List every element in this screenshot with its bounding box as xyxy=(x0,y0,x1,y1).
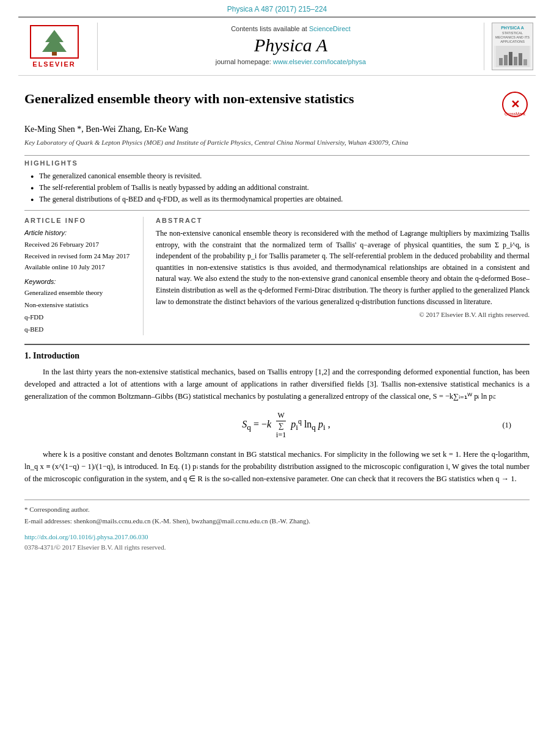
doi-line: http://dx.doi.org/10.1016/j.physa.2017.0… xyxy=(24,532,530,542)
thumb-box: PHYSICA A STATISTICAL MECHANICS AND ITS … xyxy=(492,23,533,70)
article-info-col: ARTICLE INFO Article history: Received 2… xyxy=(24,217,144,335)
svg-rect-5 xyxy=(504,55,508,65)
highlight-item: ● The generalized canonical ensemble the… xyxy=(31,170,530,182)
keyword-1: Generalized ensemble theory xyxy=(24,287,134,299)
keyword-4: q-BED xyxy=(24,324,134,336)
crossmark-icon: ✕ CrossMark xyxy=(502,92,530,120)
affiliation: Key Laboratory of Quark & Lepton Physics… xyxy=(24,137,530,148)
journal-header: ELSEVIER Contents lists available at Sci… xyxy=(18,16,536,76)
sciencedirect-link[interactable]: ScienceDirect xyxy=(309,25,351,32)
highlights-list: ● The generalized canonical ensemble the… xyxy=(24,170,530,206)
article-content: Generalized ensemble theory with non-ext… xyxy=(24,76,530,557)
journal-homepage: journal homepage: www.elsevier.com/locat… xyxy=(110,58,472,65)
keyword-3: q-FDD xyxy=(24,311,134,324)
equation-display: Sq = −k W ∑ i=1 piq lnq pi , xyxy=(86,411,487,440)
article-title: Generalized ensemble theory with non-ext… xyxy=(24,90,496,108)
received-revised-date: Received in revised form 24 May 2017 xyxy=(24,250,134,262)
journal-name-display: Physica A xyxy=(110,35,472,56)
contents-text: Contents lists available at ScienceDirec… xyxy=(110,25,472,32)
journal-thumbnail: PHYSICA A STATISTICAL MECHANICS AND ITS … xyxy=(484,23,536,70)
article-info-header: ARTICLE INFO xyxy=(24,217,134,224)
intro-para-2: where k is a positive constant and denot… xyxy=(24,448,530,485)
svg-rect-2 xyxy=(52,52,57,56)
svg-rect-7 xyxy=(514,57,517,65)
svg-rect-4 xyxy=(499,58,503,65)
section-divider-bold xyxy=(24,344,530,345)
article-history-label: Article history: xyxy=(24,229,134,236)
svg-rect-8 xyxy=(519,53,522,65)
svg-rect-6 xyxy=(509,52,512,65)
footnote-emails: E-mail addresses: shenkon@mails.ccnu.edu… xyxy=(24,515,530,527)
keyword-2: Non-extensive statistics xyxy=(24,299,134,311)
svg-rect-9 xyxy=(523,59,527,65)
svg-text:CrossMark: CrossMark xyxy=(505,112,525,116)
svg-text:✕: ✕ xyxy=(511,98,520,111)
journal-center: Contents lists available at ScienceDirec… xyxy=(98,23,484,70)
footnote-section: * Corresponding author. E-mail addresses… xyxy=(24,500,530,526)
abstract-header: ABSTRACT xyxy=(156,217,530,224)
divider-highlights-bottom xyxy=(24,210,530,211)
doi-link[interactable]: http://dx.doi.org/10.1016/j.physa.2017.0… xyxy=(24,533,148,540)
footnote-star: * Corresponding author. xyxy=(24,504,530,515)
intro-header: 1. Introduction xyxy=(24,351,530,361)
equation-block: Sq = −k W ∑ i=1 piq lnq pi , (1) xyxy=(61,411,511,440)
divider-highlights-top xyxy=(24,155,530,156)
keywords-header: Keywords: xyxy=(24,278,134,285)
available-date: Available online 10 July 2017 xyxy=(24,261,134,273)
abstract-col: ABSTRACT The non-extensive canonical ens… xyxy=(156,217,530,335)
equation-number: (1) xyxy=(487,421,511,430)
highlight-item: ● The self-referential problem of Tsalli… xyxy=(31,182,530,194)
journal-ref: Physica A 487 (2017) 215–224 xyxy=(227,5,327,13)
elsevier-logo: ELSEVIER xyxy=(18,23,98,70)
highlight-item: ● The general distributions of q-BED and… xyxy=(31,194,530,205)
intro-para-1: In the last thirty years the non-extensi… xyxy=(24,366,530,402)
elsevier-tree-icon xyxy=(30,25,79,59)
two-column-section: ARTICLE INFO Article history: Received 2… xyxy=(24,217,530,335)
authors: Ke-Ming Shen *, Ben-Wei Zhang, En-Ke Wan… xyxy=(24,125,530,134)
received-date: Received 26 February 2017 xyxy=(24,239,134,250)
copyright-notice: © 2017 Elsevier B.V. All rights reserved… xyxy=(156,311,530,318)
highlights-header: HIGHLIGHTS xyxy=(24,159,530,167)
abstract-text: The non-extensive canonical ensemble the… xyxy=(156,228,530,307)
svg-marker-1 xyxy=(42,30,67,52)
homepage-link[interactable]: www.elsevier.com/locate/physa xyxy=(273,58,366,65)
top-bar: Physica A 487 (2017) 215–224 xyxy=(0,0,554,16)
issn-line: 0378-4371/© 2017 Elsevier B.V. All right… xyxy=(24,543,530,551)
elsevier-label: ELSEVIER xyxy=(32,60,75,68)
